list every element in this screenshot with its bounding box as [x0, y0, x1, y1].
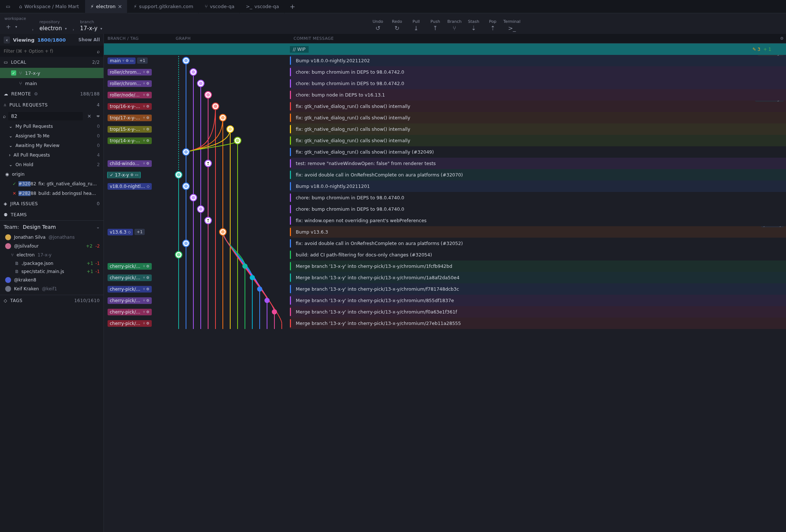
pr-group-assigned to me[interactable]: ⌄ Assigned To Me 0	[0, 131, 103, 141]
branch-label[interactable]: child-window-pr… ⑂⚙	[108, 160, 152, 167]
branch-label[interactable]: roller/chromiu… ⑂⚙	[108, 69, 152, 76]
team-selector[interactable]: Team: Design Team ⌄	[0, 220, 103, 233]
commit-row[interactable]: roller/chromiu… ⑂⚙ chore: bump chromium …	[104, 78, 786, 89]
pr-item[interactable]: ✓ #32082 fix: gtk_native_dialog_ru…	[0, 179, 103, 189]
stash-button[interactable]: Stash ⇣	[465, 19, 483, 32]
branch-label[interactable]: trop/14-x-y-bp-fi… ⑂⚙	[108, 137, 152, 144]
changed-file[interactable]: 🗎 spec/static /main.js +1 -1	[0, 267, 103, 276]
filter-icon[interactable]: ⫧	[96, 113, 101, 119]
settings-icon[interactable]: ⚙	[780, 36, 784, 41]
branch-label[interactable]: cherry-pick/13-x… ⑂⚙	[108, 286, 152, 293]
back-icon[interactable]: ‹	[4, 36, 10, 43]
commit-row[interactable]: v13.6.3 ◇ +1 yesterday Bump v13.6.3	[104, 226, 786, 238]
branch-selector[interactable]: branch 17-x-y▾	[80, 20, 102, 32]
local-branch-main[interactable]: ⑂ main	[0, 78, 103, 88]
gear-icon[interactable]: ⚙	[34, 91, 38, 97]
commit-row[interactable]: chore: bump chromium in DEPS to 98.0.474…	[104, 203, 786, 215]
commit-row[interactable]: roller/node/main ⑂⚙ chore: bump node in …	[104, 89, 786, 101]
commit-row[interactable]: trop/14-x-y-bp-fi… ⑂⚙ fix: gtk_native_di…	[104, 135, 786, 146]
branch-label[interactable]: roller/chromiu… ⑂⚙	[108, 80, 152, 87]
team-member[interactable]: @kraken8	[0, 276, 103, 284]
tab-electron[interactable]: ⚡ electron ✕	[85, 0, 127, 13]
commit-row[interactable]: chore: bump chromium in DEPS to 98.0.474…	[104, 192, 786, 203]
push-button[interactable]: Push ⤒	[427, 19, 444, 32]
commit-row[interactable]: fix: gtk_native_dialog_run() calls show(…	[104, 146, 786, 158]
new-tab-button[interactable]: +	[285, 3, 300, 10]
tab-vscode-qa[interactable]: ⑂ vscode-qa	[200, 0, 240, 13]
viewing-count[interactable]: 1800/1800	[38, 37, 66, 43]
branch-label[interactable]: cherry-pick/13-x… ⑂⚙	[108, 320, 152, 327]
close-icon[interactable]: ✕	[118, 4, 122, 10]
commit-row[interactable]: cherry-pick/13-x… ⑂⚙ Merge branch '13-x-…	[104, 283, 786, 295]
commit-row[interactable]: fix: window.open not overriding parent's…	[104, 215, 786, 226]
branch-label[interactable]: cherry-pick/13-x… ⑂⚙	[108, 297, 152, 304]
pr-group-all pull requests[interactable]: › All Pull Requests 4	[0, 150, 103, 160]
terminal-button[interactable]: Terminal >_	[503, 19, 521, 32]
pr-section-header[interactable]: ⑃ PULL REQUESTS 4	[0, 99, 103, 111]
branch-label[interactable]: cherry-pick/13-x… ⑂⚙	[108, 274, 152, 281]
commit-row[interactable]: cherry-pick/13-x… ⑂⚙ Merge branch '13-x-…	[104, 272, 786, 283]
commit-row[interactable]: cherry-pick/13-x… ⑂⚙ Merge branch '13-x-…	[104, 260, 786, 272]
workspace-crumb-tab[interactable]: ⌂ Workspace / Malo Mart	[14, 0, 84, 13]
branch-label[interactable]: v13.6.3 ◇	[108, 229, 133, 235]
commit-row[interactable]: cherry-pick/13-x… ⑂⚙ Merge branch '13-x-…	[104, 318, 786, 329]
clear-search-icon[interactable]: ✕	[85, 113, 94, 119]
teams-section-header[interactable]: ⚉ TEAMS	[0, 209, 103, 220]
pr-group-on hold[interactable]: ⌄ On Hold 2	[0, 160, 103, 169]
tab-vscode-qa[interactable]: >_ vscode-qa	[241, 0, 284, 13]
search-icon[interactable]: ⌕	[3, 113, 6, 119]
commit-row[interactable]: trop/15-x-y-bp-fi… ⑂⚙ fix: gtk_native_di…	[104, 123, 786, 135]
pr-origin-row[interactable]: ◉ origin	[0, 169, 103, 179]
commit-row[interactable]: build: add CI path-filtering for docs-on…	[104, 249, 786, 260]
pr-search-input[interactable]	[8, 112, 83, 120]
wip-row[interactable]: // WIP ✎ 3 + 1	[104, 43, 786, 55]
pop-button[interactable]: Pop ⇡	[484, 19, 502, 32]
commit-row[interactable]: fix: avoid double call in OnRefreshCompl…	[104, 238, 786, 249]
branch-button[interactable]: Branch ⑂	[446, 19, 463, 32]
local-branch-17-x-y[interactable]: ✓ ⑂ 17-x-y	[0, 68, 103, 78]
pr-item[interactable]: ✕ #28288 build: add boringssl hea…	[0, 189, 103, 198]
commit-row[interactable]: trop/16-x-y-bp-fi… ⑂⚙ 12 hours ago fix: …	[104, 101, 786, 112]
branch-label[interactable]: trop/15-x-y-bp-fi… ⑂⚙	[108, 126, 152, 133]
commit-row[interactable]: roller/chromiu… ⑂⚙ chore: bump chromium …	[104, 66, 786, 78]
folder-icon[interactable]: ▭	[3, 1, 13, 12]
commit-row[interactable]: trop/17-x-y-bp-fi… ⑂⚙ fix: gtk_native_di…	[104, 112, 786, 123]
team-member[interactable]: Jonathan Silva @jonathans	[0, 233, 103, 242]
filter-row: ⌕	[0, 46, 103, 57]
redo-button[interactable]: Redo ↻	[388, 19, 406, 32]
branch-label[interactable]: roller/node/main ⑂⚙	[108, 92, 152, 98]
repository-selector[interactable]: repository electron▾	[39, 20, 67, 32]
tags-section-header[interactable]: ◇ TAGS 1610/1610	[0, 295, 103, 306]
commit-row[interactable]: main ⑂⚙▭ +1 3 hours ago Bump v18.0.0-nig…	[104, 55, 786, 66]
filter-input[interactable]	[4, 49, 95, 54]
pr-group-my pull requests[interactable]: ⌄ My Pull Requests 0	[0, 122, 103, 131]
commit-row[interactable]: child-window-pr… ⑂⚙ test: remove "native…	[104, 158, 786, 169]
changed-file[interactable]: 🗎 ./package.json +1 -1	[0, 259, 103, 267]
add-workspace-icon[interactable]: +	[4, 22, 12, 32]
member-repo[interactable]: ⑂ electron 17-x-y	[0, 251, 103, 259]
branch-label[interactable]: v18.0.0-nightly.202… ◇	[108, 183, 152, 190]
commit-row[interactable]: ✓ 17-x-y ⚙▭ fix: avoid double call in On…	[104, 169, 786, 181]
local-section-header[interactable]: ▭ LOCAL 2/2	[0, 57, 103, 68]
tab-support.gitkraken.com[interactable]: ⚡ support.gitkraken.com	[128, 0, 199, 13]
jira-section-header[interactable]: ◈ JIRA ISSUES 0	[0, 198, 103, 209]
commit-row[interactable]: cherry-pick/13-x… ⑂⚙ Merge branch '13-x-…	[104, 306, 786, 318]
branch-label[interactable]: trop/17-x-y-bp-fi… ⑂⚙	[108, 115, 152, 121]
graph-area[interactable]: // WIP ✎ 3 + 1 main ⑂⚙▭ +1 3 hours ago B…	[104, 43, 786, 532]
branch-label[interactable]: cherry-pick/13-x… ⑂⚙	[108, 263, 152, 270]
remote-section-header[interactable]: ☁ REMOTE ⚙ 188/188	[0, 88, 103, 99]
branch-label[interactable]: cherry-pick/13-x… ⑂⚙	[108, 309, 152, 315]
commit-row[interactable]: v18.0.0-nightly.202… ◇ Bump v18.0.0-nigh…	[104, 181, 786, 192]
workspace-selector[interactable]: workspace +▾	[4, 16, 26, 32]
branch-label[interactable]: main ⑂⚙▭	[108, 57, 136, 64]
team-member[interactable]: @jsilvafour +2 -2	[0, 242, 103, 251]
team-member[interactable]: Keif Kraken @keif1	[0, 284, 103, 293]
branch-label[interactable]: ✓ 17-x-y ⚙▭	[108, 172, 140, 178]
pr-group-awaiting my review[interactable]: ⌄ Awaiting My Review 0	[0, 141, 103, 150]
show-all-button[interactable]: Show All	[78, 37, 100, 42]
pull-button[interactable]: Pull ⤓	[407, 19, 425, 32]
undo-button[interactable]: Undo ↺	[369, 19, 387, 32]
commit-row[interactable]: cherry-pick/13-x… ⑂⚙ Merge branch '13-x-…	[104, 295, 786, 306]
search-icon[interactable]: ⌕	[97, 49, 100, 54]
branch-label[interactable]: trop/16-x-y-bp-fi… ⑂⚙	[108, 103, 152, 110]
